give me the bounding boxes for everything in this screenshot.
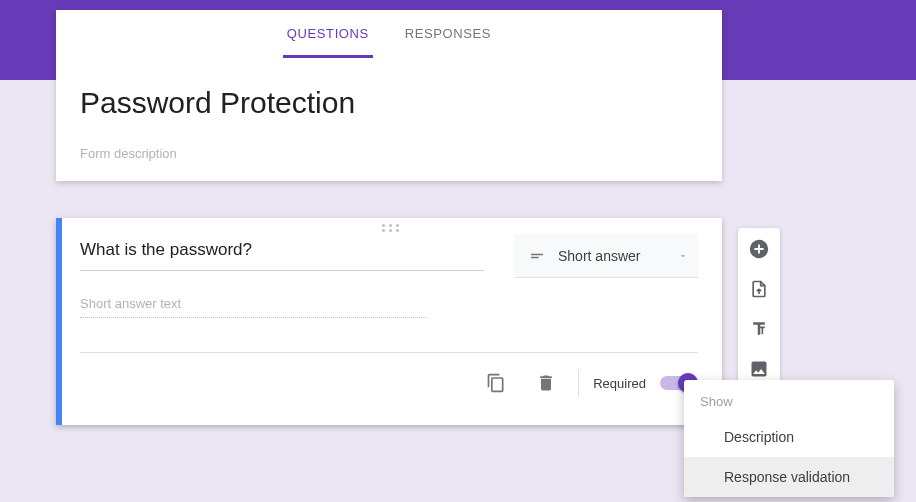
- short-answer-icon: [528, 247, 546, 265]
- tabs-bar: QUESTIONS RESPONSES: [56, 10, 722, 58]
- menu-header: Show: [684, 386, 894, 417]
- text-icon: [749, 319, 769, 339]
- short-answer-placeholder: Short answer text: [80, 296, 426, 318]
- import-icon: [749, 279, 769, 299]
- question-title-input[interactable]: What is the password?: [80, 234, 484, 271]
- duplicate-button[interactable]: [478, 365, 514, 401]
- add-title-button[interactable]: [744, 314, 774, 344]
- divider: [578, 369, 579, 397]
- tab-responses[interactable]: RESPONSES: [405, 10, 491, 58]
- chevron-down-icon: [678, 251, 688, 261]
- form-title[interactable]: Password Protection: [80, 86, 698, 120]
- tab-questions[interactable]: QUESTIONS: [287, 10, 369, 58]
- question-type-select[interactable]: Short answer: [514, 234, 698, 278]
- menu-item-description[interactable]: Description: [684, 417, 894, 457]
- question-options-menu: Show Description Response validation: [684, 380, 894, 497]
- image-icon: [749, 359, 769, 379]
- question-footer: Required: [80, 352, 698, 413]
- drag-icon: [382, 224, 402, 232]
- delete-button[interactable]: [528, 365, 564, 401]
- required-label: Required: [593, 376, 646, 391]
- trash-icon: [536, 373, 556, 393]
- add-question-button[interactable]: [744, 234, 774, 264]
- side-toolbar: [738, 228, 780, 390]
- plus-circle-icon: [748, 238, 770, 260]
- drag-handle[interactable]: [62, 218, 722, 234]
- menu-item-response-validation[interactable]: Response validation: [684, 457, 894, 497]
- question-type-label: Short answer: [558, 248, 678, 264]
- import-questions-button[interactable]: [744, 274, 774, 304]
- form-header-card: QUESTIONS RESPONSES Password Protection …: [56, 10, 722, 181]
- copy-icon: [486, 373, 506, 393]
- form-description[interactable]: Form description: [80, 146, 698, 161]
- question-card: What is the password? Short answer Short…: [56, 218, 722, 425]
